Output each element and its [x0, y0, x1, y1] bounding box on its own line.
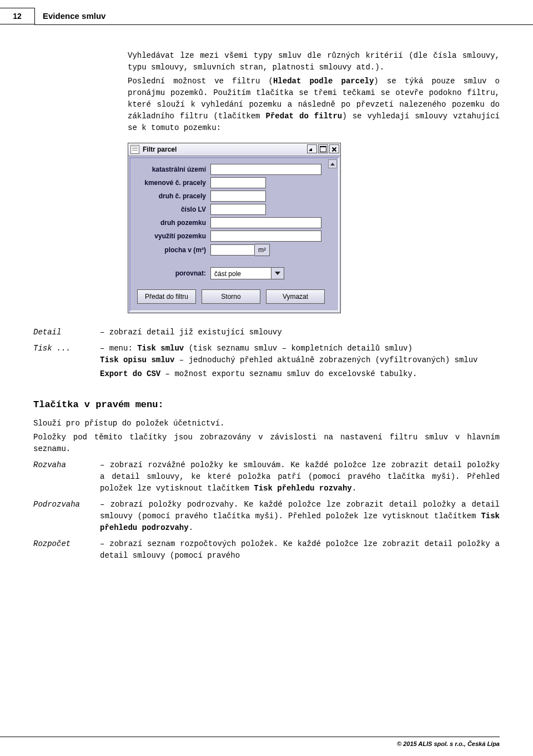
desc-text: . [352, 484, 356, 493]
sub-text: – možnost exportu seznamu smluv do excel… [160, 369, 417, 378]
input-druh-pozemku[interactable] [210, 217, 321, 228]
label-cislo-lv: číslo LV [134, 204, 210, 214]
input-katastralni-uzemi[interactable] [210, 164, 321, 175]
label-kmenove-cislo: kmenové č. pracely [134, 178, 210, 188]
desc-text: – menu: [100, 344, 137, 353]
footer-rule [0, 737, 500, 737]
input-plocha[interactable] [210, 244, 255, 256]
desc-text: (tisk seznamu smluv – kompletních detail… [184, 344, 413, 353]
close-icon[interactable] [329, 144, 339, 153]
window-title: Filtr parcel [143, 144, 177, 154]
page-header: 12 Evidence smluv [0, 8, 113, 24]
term-rozpocet: Rozpočet [33, 538, 89, 562]
term-tisk: Tisk ... [33, 343, 89, 382]
intro-paragraph-2: Poslední možnost ve filtru (Hledat podle… [128, 76, 500, 134]
label-katastralni-uzemi: katastrální území [134, 164, 210, 174]
desc-text: . [189, 523, 193, 532]
intro-paragraph-1: Vyhledávat lze mezi všemi typy smluv dle… [128, 50, 500, 73]
label-druh-cisla: druh č. pracely [134, 191, 210, 201]
maximize-icon[interactable] [318, 144, 328, 153]
section-heading-right-menu: Tlačítka v pravém menu: [33, 398, 500, 412]
chevron-down-icon[interactable] [271, 267, 284, 279]
header-rule [34, 24, 533, 25]
vymazat-button[interactable]: Vymazat [266, 289, 325, 304]
label-druh-pozemku: druh pozemku [134, 218, 210, 228]
intro-text: Poslední možnost ve filtru ( [128, 77, 273, 86]
input-cislo-lv[interactable] [210, 204, 266, 215]
page-title: Evidence smluv [35, 8, 113, 24]
sub-bold: Export do CSV [100, 369, 160, 378]
scroll-up-icon[interactable] [328, 159, 337, 168]
term-rozvaha: Rozvaha [33, 459, 89, 494]
predat-do-filtru-button[interactable]: Předat do filtru [137, 289, 196, 304]
input-kmenove-cislo[interactable] [210, 177, 266, 188]
desc-detail: – zobrazí detail již existující smlouvy [100, 327, 500, 338]
combo-porovnat[interactable]: část pole [210, 267, 284, 279]
storno-button[interactable]: Storno [202, 289, 260, 304]
document-icon [130, 145, 139, 154]
desc-podrozvaha: – zobrazí položky podrozvahy. Ke každé p… [100, 499, 500, 534]
sub-text: – jednoduchý přehled aktuálně zobrazenýc… [174, 356, 477, 364]
footer-copyright: © 2015 ALIS spol. s r.o., Česká Lípa [397, 739, 500, 749]
label-m2-suffix: m² [255, 244, 270, 256]
label-porovnat: porovnat: [134, 268, 210, 278]
label-plocha: plocha v (m²) [134, 245, 210, 255]
restore-icon[interactable] [307, 144, 317, 153]
term-detail: Detail [33, 327, 89, 338]
input-druh-cisla[interactable] [210, 191, 266, 202]
filter-window: Filtr parcel katastrální území kmenové č… [128, 143, 341, 313]
desc-rozvaha: – zobrazí rozvážné položky ke smlouvám. … [100, 459, 500, 494]
input-vyuziti-pozemku[interactable] [210, 231, 321, 242]
intro-bold-1: Hledat podle parcely [273, 77, 374, 86]
page-number: 12 [0, 8, 35, 24]
tisk-sub2: Export do CSV – možnost exportu seznamu … [100, 368, 500, 380]
section2-p2: Položky pod těmito tlačítky jsou zobrazo… [33, 432, 500, 455]
intro-bold-2: Předat do filtru [266, 112, 343, 121]
window-titlebar[interactable]: Filtr parcel [128, 143, 340, 156]
label-vyuziti-pozemku: využítí pozemku [134, 231, 210, 241]
desc-bold: Tisk smluv [137, 344, 184, 353]
desc-text: – zobrazí položky podrozvahy. Ke každé p… [100, 500, 500, 520]
desc-bold: Tisk přehledu rozvahy [254, 484, 351, 493]
desc-rozpocet: – zobrazí seznam rozpočtových položek. K… [100, 538, 500, 562]
term-podrozvaha: Podrozvaha [33, 499, 89, 534]
tisk-sub1: Tisk opisu smluv – jednoduchý přehled ak… [100, 354, 500, 366]
desc-tisk: – menu: Tisk smluv (tisk seznamu smluv –… [100, 343, 500, 382]
combo-porovnat-value: část pole [210, 267, 271, 279]
sub-bold: Tisk opisu smluv [100, 356, 174, 364]
section2-p1: Slouží pro přístup do položek účetnictví… [33, 418, 500, 429]
